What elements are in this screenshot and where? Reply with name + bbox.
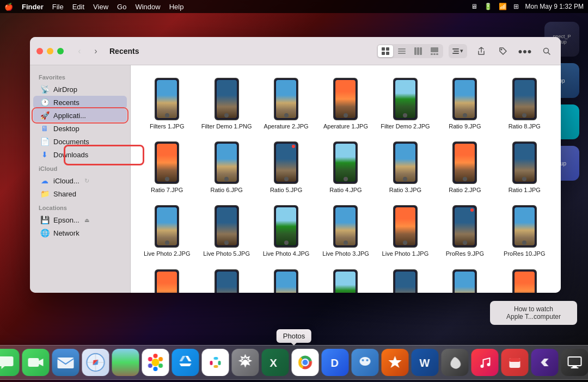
- dock-item-messages[interactable]: [0, 349, 20, 376]
- dock-item-sparrow[interactable]: [442, 349, 469, 376]
- apple-menu[interactable]: 🍎: [4, 3, 13, 11]
- back-button[interactable]: ‹: [72, 46, 87, 57]
- dock-item-safari[interactable]: [82, 349, 109, 376]
- dock-item-appstore[interactable]: [172, 349, 199, 376]
- dock-item-word[interactable]: W: [412, 349, 439, 376]
- more-options-button[interactable]: ●●●: [517, 44, 532, 59]
- dock-item-chrome[interactable]: [292, 349, 319, 376]
- file-item-livephoto5[interactable]: Live Photo 5.JPG: [199, 201, 254, 261]
- control-center-icon[interactable]: ⊞: [513, 3, 519, 10]
- file-name: Ratio 6.JPG: [210, 187, 242, 194]
- search-button[interactable]: [539, 44, 554, 59]
- file-item-r4-1[interactable]: [139, 266, 194, 293]
- app-name[interactable]: Finder: [22, 3, 44, 11]
- icloud-label: iCloud: [30, 161, 130, 174]
- applications-icon: 🚀: [40, 111, 50, 120]
- svg-rect-1: [386, 47, 389, 51]
- share-button[interactable]: [474, 44, 489, 59]
- dock-item-music[interactable]: [471, 349, 499, 376]
- sidebar-item-desktop[interactable]: 🖥 Desktop: [33, 122, 127, 135]
- file-item-r4-6[interactable]: [437, 266, 492, 293]
- file-item-livephoto2[interactable]: Live Photo 2.JPG: [139, 201, 194, 261]
- tag-button[interactable]: [495, 44, 511, 59]
- sidebar-item-applications[interactable]: 🚀 Applicati...: [33, 109, 127, 122]
- forward-button[interactable]: ›: [89, 46, 103, 57]
- sidebar-item-airdrop[interactable]: 📡 AirDrop: [33, 83, 127, 96]
- chrome-icon: [292, 349, 319, 376]
- dock-item-shortcuts[interactable]: [531, 349, 559, 376]
- file-item-ratio4[interactable]: Ratio 4.JPG: [318, 138, 373, 197]
- file-item-ratio9[interactable]: Ratio 9.JPG: [437, 74, 492, 133]
- file-item-r4-4[interactable]: [318, 266, 373, 293]
- file-item-r4-7[interactable]: [497, 266, 552, 293]
- dock-item-slack[interactable]: [202, 349, 229, 376]
- grid-icon: [382, 47, 389, 55]
- file-thumb: [324, 269, 367, 293]
- sidebar-item-network[interactable]: 🌐 Network: [33, 226, 127, 239]
- close-button[interactable]: [36, 48, 43, 54]
- column-view-button[interactable]: [411, 45, 426, 57]
- file-item-ratio3[interactable]: Ratio 3.JPG: [378, 138, 433, 197]
- svg-rect-70: [510, 358, 520, 362]
- dock-item-settings[interactable]: [232, 349, 259, 376]
- menu-edit[interactable]: Edit: [72, 3, 84, 11]
- file-item-r4-5[interactable]: [378, 266, 433, 293]
- file-item-livephoto1[interactable]: Live Photo 1.JPG: [378, 201, 433, 261]
- menu-help[interactable]: Help: [169, 3, 184, 11]
- dock-item-photos[interactable]: [142, 349, 169, 376]
- file-thumb: [383, 77, 427, 121]
- file-item-filterdemo2[interactable]: Filter Demo 2.JPG: [378, 74, 433, 133]
- file-item-ratio2[interactable]: Ratio 2.JPG: [437, 138, 492, 197]
- file-item-filterdemo1[interactable]: Filter Demo 1.PNG: [199, 74, 254, 133]
- file-item-livephoto3[interactable]: Live Photo 3.JPG: [318, 201, 373, 261]
- sidebar-item-recents[interactable]: 🕐 Recents: [33, 96, 127, 109]
- minimize-button[interactable]: [47, 48, 53, 54]
- recents-icon: 🕐: [40, 98, 50, 107]
- file-item-prores9[interactable]: ProRes 9.JPG: [437, 201, 492, 261]
- dock-item-reeder[interactable]: [382, 349, 409, 376]
- dock-item-facetime[interactable]: [22, 349, 50, 376]
- file-item-ratio7[interactable]: Ratio 7.JPG: [139, 138, 194, 197]
- sidebar-item-documents[interactable]: 📄 Documents: [33, 135, 127, 148]
- file-item-ratio8[interactable]: Ratio 8.JPG: [497, 74, 552, 133]
- list-view-button[interactable]: [394, 45, 409, 57]
- svg-point-46: [154, 367, 158, 371]
- sidebar-item-downloads[interactable]: ⬇ Downloads: [33, 148, 127, 161]
- sidebar-label-downloads: Downloads: [53, 151, 88, 159]
- sidebar-item-shared[interactable]: 📁 Shared: [33, 187, 127, 200]
- menu-view[interactable]: View: [93, 3, 108, 11]
- file-item-prores10[interactable]: ProRes 10.JPG: [497, 201, 552, 261]
- file-item-r4-2[interactable]: [199, 266, 254, 293]
- group-by-button[interactable]: ▾: [449, 44, 467, 58]
- file-item-aperature2[interactable]: Aperature 2.JPG: [259, 74, 314, 133]
- menu-window[interactable]: Window: [135, 3, 160, 11]
- dock-item-excel[interactable]: X: [262, 349, 289, 376]
- dock-item-tweetbot[interactable]: [352, 349, 379, 376]
- svg-rect-8: [417, 47, 419, 55]
- dock-item-screencapture[interactable]: [561, 349, 589, 376]
- file-item-ratio6[interactable]: Ratio 6.JPG: [199, 138, 254, 197]
- dock-item-descript[interactable]: D: [322, 349, 349, 376]
- svg-point-17: [501, 48, 503, 50]
- descript-icon: D: [322, 349, 349, 376]
- file-item-ratio5[interactable]: Ratio 5.JPG: [259, 138, 314, 197]
- menu-file[interactable]: File: [52, 3, 64, 11]
- gallery-view-button[interactable]: [427, 45, 442, 57]
- dock-item-mail[interactable]: [52, 349, 79, 376]
- sidebar-item-icloud[interactable]: ☁ iCloud... ↻: [33, 174, 127, 187]
- file-item-aperature1[interactable]: Aperature 1.JPG: [318, 74, 373, 133]
- menu-go[interactable]: Go: [117, 3, 126, 11]
- sidebar-item-epson[interactable]: 💾 Epson... ⏏: [33, 213, 127, 226]
- icon-view-button[interactable]: [378, 45, 393, 57]
- dock-item-maps[interactable]: [112, 349, 139, 376]
- file-name: Live Photo 3.JPG: [322, 250, 369, 257]
- watch-tooltip-line1: How to watch: [497, 305, 571, 313]
- maximize-button[interactable]: [57, 48, 64, 54]
- locations-label: Locations: [30, 200, 130, 213]
- file-item-livephoto4[interactable]: Live Photo 4.JPG: [259, 201, 314, 261]
- file-name: Live Photo 4.JPG: [263, 250, 310, 257]
- file-item-filters1[interactable]: Filters 1.JPG: [139, 74, 194, 133]
- file-item-ratio1[interactable]: Ratio 1.JPG: [497, 138, 552, 197]
- dock-item-fantastical[interactable]: [501, 349, 529, 376]
- file-item-r4-3[interactable]: [259, 266, 314, 293]
